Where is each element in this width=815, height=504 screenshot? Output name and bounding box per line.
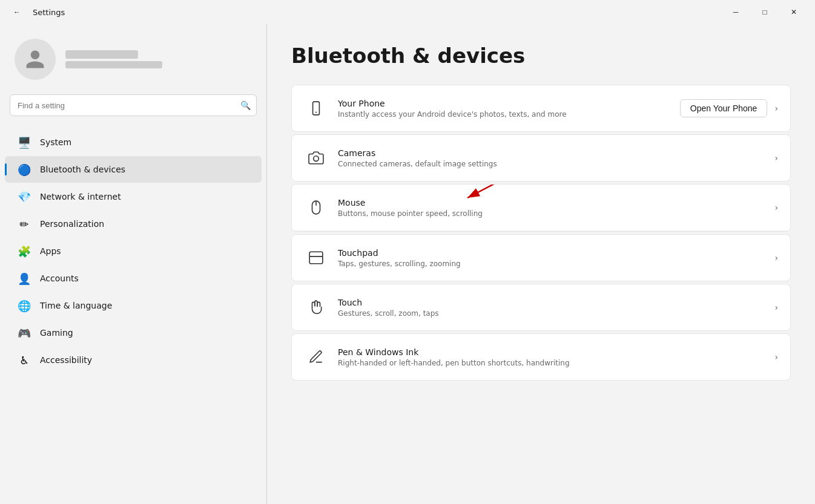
touchpad-desc: Taps, gestures, scrolling, zooming xyxy=(338,260,774,268)
page-title: Bluetooth & devices xyxy=(291,44,791,68)
cameras-chevron: › xyxy=(774,153,778,163)
cameras-action: › xyxy=(774,153,778,163)
phone-icon xyxy=(304,96,328,120)
your-phone-title: Your Phone xyxy=(338,99,680,108)
touch-icon xyxy=(304,295,328,319)
pen-chevron: › xyxy=(774,352,778,362)
sidebar: 🔍 🖥️ System 🔵 Bluetooth & devices 💎 Netw… xyxy=(0,24,266,504)
nav-item-bluetooth[interactable]: 🔵 Bluetooth & devices xyxy=(5,156,262,183)
pen-icon xyxy=(304,345,328,369)
window-controls: ─ □ ✕ xyxy=(722,2,808,22)
app-title: Settings xyxy=(33,8,65,17)
nav-item-gaming[interactable]: 🎮 Gaming xyxy=(5,319,262,346)
cameras-desc: Connected cameras, default image setting… xyxy=(338,160,774,168)
pen-desc: Right-handed or left-handed, pen button … xyxy=(338,359,774,367)
your-phone-action: Open Your Phone › xyxy=(680,99,778,117)
touch-item[interactable]: Touch Gestures, scroll, zoom, taps › xyxy=(292,284,790,330)
touch-chevron: › xyxy=(774,303,778,312)
pen-text: Pen & Windows Ink Right-handed or left-h… xyxy=(338,347,774,367)
search-input[interactable] xyxy=(10,94,257,116)
nav-label-time: Time & language xyxy=(40,301,112,310)
touch-desc: Gestures, scroll, zoom, taps xyxy=(338,309,774,318)
touch-text: Touch Gestures, scroll, zoom, taps xyxy=(338,298,774,318)
touchpad-text: Touchpad Taps, gestures, scrolling, zoom… xyxy=(338,248,774,268)
nav-label-gaming: Gaming xyxy=(40,328,73,338)
close-button[interactable]: ✕ xyxy=(780,2,808,22)
open-your-phone-button[interactable]: Open Your Phone xyxy=(680,99,768,117)
touchpad-chevron: › xyxy=(774,253,778,263)
nav-item-apps[interactable]: 🧩 Apps xyxy=(5,238,262,264)
user-name xyxy=(65,50,138,59)
mouse-chevron: › xyxy=(774,203,778,212)
camera-icon xyxy=(304,146,328,170)
nav-item-accounts[interactable]: 👤 Accounts xyxy=(5,265,262,292)
touchpad-icon xyxy=(304,246,328,270)
mouse-desc: Buttons, mouse pointer speed, scrolling xyxy=(338,209,774,218)
pen-title: Pen & Windows Ink xyxy=(338,347,774,357)
nav-label-bluetooth: Bluetooth & devices xyxy=(40,165,125,174)
touch-action: › xyxy=(774,303,778,312)
search-icon: 🔍 xyxy=(240,100,251,110)
minimize-button[interactable]: ─ xyxy=(722,2,750,22)
pen-action: › xyxy=(774,352,778,362)
user-avatar-icon xyxy=(24,48,46,70)
gaming-icon: 🎮 xyxy=(17,326,31,340)
nav-label-network: Network & internet xyxy=(40,192,121,201)
apps-icon: 🧩 xyxy=(17,244,31,258)
cameras-card: Cameras Connected cameras, default image… xyxy=(291,134,791,182)
accessibility-icon: ♿ xyxy=(17,353,31,367)
nav-label-accounts: Accounts xyxy=(40,273,79,283)
back-button[interactable]: ← xyxy=(7,2,27,22)
nav-menu: 🖥️ System 🔵 Bluetooth & devices 💎 Networ… xyxy=(0,128,266,374)
app-container: 🔍 🖥️ System 🔵 Bluetooth & devices 💎 Netw… xyxy=(0,24,815,504)
bluetooth-icon: 🔵 xyxy=(17,162,31,177)
mouse-icon xyxy=(304,195,328,220)
mouse-title: Mouse xyxy=(338,198,774,208)
touchpad-action: › xyxy=(774,253,778,263)
user-info xyxy=(65,50,162,68)
svg-rect-6 xyxy=(309,252,323,264)
your-phone-desc: Instantly access your Android device's p… xyxy=(338,110,680,119)
your-phone-item[interactable]: Your Phone Instantly access your Android… xyxy=(292,85,790,131)
touchpad-item[interactable]: Touchpad Taps, gestures, scrolling, zoom… xyxy=(292,235,790,281)
nav-label-personalization: Personalization xyxy=(40,219,104,229)
main-content: Bluetooth & devices Your Phone Instantly… xyxy=(267,24,815,504)
network-icon: 💎 xyxy=(17,189,31,204)
mouse-card: Mouse Buttons, mouse pointer speed, scro… xyxy=(291,184,791,232)
nav-item-personalization[interactable]: ✏️ Personalization xyxy=(5,211,262,237)
touch-card: Touch Gestures, scroll, zoom, taps › xyxy=(291,284,791,331)
user-email xyxy=(65,61,162,68)
time-icon: 🌐 xyxy=(17,298,31,313)
accounts-icon: 👤 xyxy=(17,271,31,286)
touchpad-title: Touchpad xyxy=(338,248,774,258)
nav-item-accessibility[interactable]: ♿ Accessibility xyxy=(5,347,262,373)
svg-point-2 xyxy=(314,156,319,162)
user-section xyxy=(0,34,266,94)
mouse-action: › xyxy=(774,203,778,212)
title-bar: ← Settings ─ □ ✕ xyxy=(0,0,815,24)
maximize-button[interactable]: □ xyxy=(751,2,779,22)
mouse-item[interactable]: Mouse Buttons, mouse pointer speed, scro… xyxy=(292,185,790,231)
nav-label-apps: Apps xyxy=(40,246,61,256)
nav-item-system[interactable]: 🖥️ System xyxy=(5,129,262,155)
your-phone-chevron: › xyxy=(774,103,778,113)
touchpad-card: Touchpad Taps, gestures, scrolling, zoom… xyxy=(291,234,791,281)
nav-label-accessibility: Accessibility xyxy=(40,355,92,365)
search-box: 🔍 xyxy=(10,94,257,116)
nav-item-network[interactable]: 💎 Network & internet xyxy=(5,183,262,210)
your-phone-card: Your Phone Instantly access your Android… xyxy=(291,85,791,132)
system-icon: 🖥️ xyxy=(17,135,31,149)
cameras-text: Cameras Connected cameras, default image… xyxy=(338,148,774,168)
nav-label-system: System xyxy=(40,137,71,147)
mouse-text: Mouse Buttons, mouse pointer speed, scro… xyxy=(338,198,774,218)
touch-title: Touch xyxy=(338,298,774,307)
avatar xyxy=(15,39,56,80)
cameras-item[interactable]: Cameras Connected cameras, default image… xyxy=(292,135,790,181)
personalization-icon: ✏️ xyxy=(17,217,31,231)
pen-card: Pen & Windows Ink Right-handed or left-h… xyxy=(291,333,791,381)
nav-item-time[interactable]: 🌐 Time & language xyxy=(5,292,262,319)
pen-item[interactable]: Pen & Windows Ink Right-handed or left-h… xyxy=(292,334,790,380)
cameras-title: Cameras xyxy=(338,148,774,158)
title-bar-left: ← Settings xyxy=(7,2,65,22)
your-phone-text: Your Phone Instantly access your Android… xyxy=(338,99,680,119)
